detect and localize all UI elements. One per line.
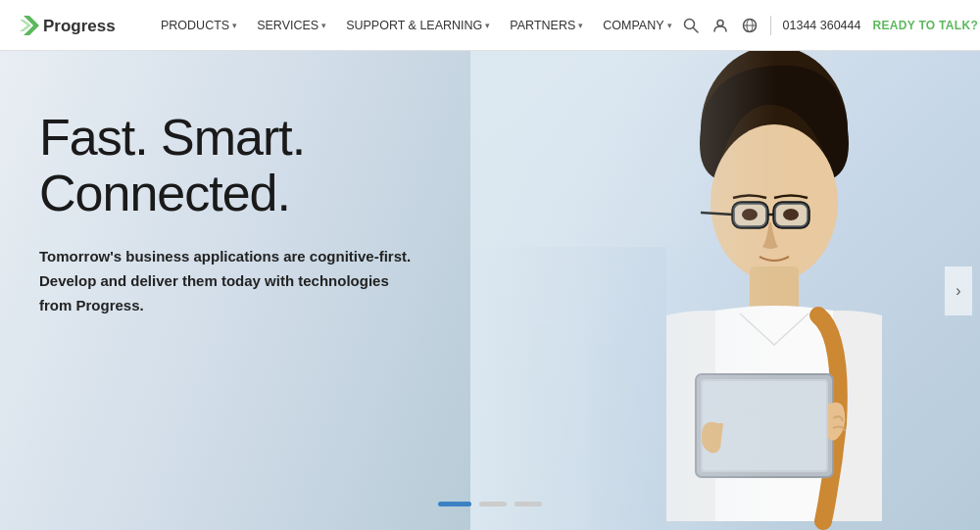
nav-services[interactable]: SERVICES ▾ [247,0,336,51]
slide-dot-3[interactable] [514,502,542,506]
nav-partners[interactable]: PARTNERS ▾ [500,0,593,51]
svg-rect-29 [470,51,980,530]
chevron-down-icon: ▾ [667,21,672,30]
svg-line-4 [693,27,698,32]
hero-section: Fast. Smart. Connected. Tomorrow's busin… [0,51,980,530]
nav-divider [770,16,771,35]
hero-background-image [470,51,980,530]
logo[interactable]: Progress [20,10,127,41]
globe-icon[interactable] [741,17,759,34]
nav-links: PRODUCTS ▾ SERVICES ▾ SUPPORT & LEARNING… [151,0,682,51]
chevron-down-icon: ▾ [321,21,326,30]
svg-point-5 [717,20,723,25]
hero-headline: Fast. Smart. Connected. [39,110,451,221]
main-nav: Progress PRODUCTS ▾ SERVICES ▾ SUPPORT &… [0,0,980,51]
chevron-down-icon: ▾ [578,21,583,30]
nav-products[interactable]: PRODUCTS ▾ [151,0,247,51]
hero-next-arrow[interactable]: › [945,266,972,315]
nav-right: 01344 360444 READY TO TALK? [682,16,979,35]
slide-dot-2[interactable] [479,502,507,506]
chevron-right-icon: › [956,282,960,300]
slide-dot-1[interactable] [438,502,471,506]
phone-number: 01344 360444 [783,19,861,32]
hero-content: Fast. Smart. Connected. Tomorrow's busin… [39,110,451,318]
slide-indicators [438,502,542,506]
user-icon[interactable] [711,17,729,34]
chevron-down-icon: ▾ [232,21,237,30]
hero-subtext: Tomorrow's business applications are cog… [39,245,412,317]
chevron-down-icon: ▾ [485,21,490,30]
nav-company[interactable]: COMPANY ▾ [593,0,681,51]
ready-to-talk-button[interactable]: READY TO TALK? [872,19,978,32]
search-icon[interactable] [682,17,700,34]
nav-support-learning[interactable]: SUPPORT & LEARNING ▾ [336,0,500,51]
svg-text:Progress: Progress [43,17,116,35]
